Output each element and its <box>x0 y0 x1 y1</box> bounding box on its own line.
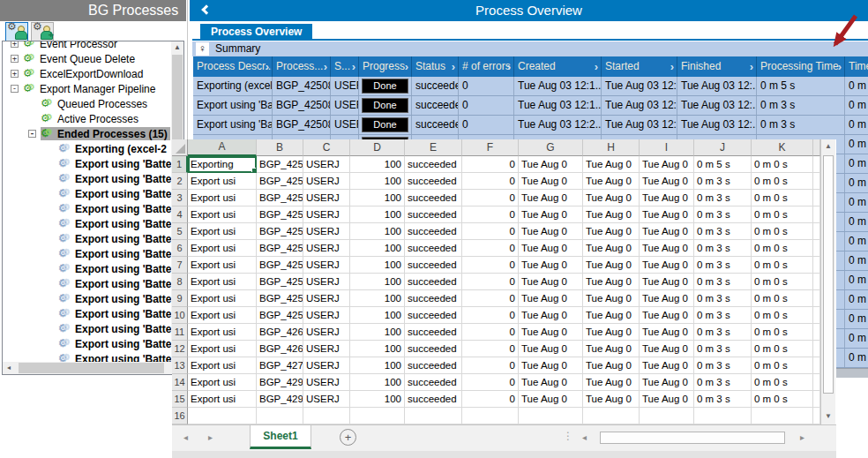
sheet-cell[interactable] <box>813 274 820 290</box>
tree-item[interactable]: -Export Manager Pipeline <box>4 81 171 96</box>
sheet-cell[interactable]: USERJ <box>303 374 350 391</box>
sheet-cell[interactable]: 0 m 0 s <box>752 240 813 257</box>
expand-plus-icon[interactable]: + <box>11 55 19 63</box>
sheet-column-header[interactable]: J <box>694 139 752 156</box>
sheet-cell[interactable]: USERJ <box>303 223 350 240</box>
tree-item[interactable]: +ExcelExportDownload <box>4 66 171 81</box>
sheet-cell[interactable]: BGP_4279 <box>257 357 303 374</box>
sheet-cell[interactable]: Tue Aug 0 <box>519 240 583 257</box>
sheet-cell[interactable]: 0 m 3 s <box>694 223 752 240</box>
sheet-cell[interactable]: 0 m 0 s <box>752 223 813 240</box>
sheet-cell[interactable]: Tue Aug 0 <box>583 156 640 173</box>
sheet-cell[interactable] <box>350 408 405 424</box>
sheet-cell[interactable] <box>694 408 752 424</box>
sheet-cell[interactable] <box>813 408 820 424</box>
sheet-cell[interactable]: BGP_4250 <box>257 274 303 290</box>
column-header[interactable]: Process Descr...› <box>193 56 273 77</box>
sheet-row-header[interactable]: 1 <box>172 156 188 173</box>
sheet-cell[interactable]: Tue Aug 0 <box>519 173 583 190</box>
column-header[interactable]: Time› <box>845 56 868 77</box>
sheet-cell[interactable] <box>462 408 519 424</box>
sheet-cell[interactable] <box>813 290 820 307</box>
sheet-cell[interactable]: succeeded <box>405 190 462 206</box>
sheet-cell[interactable]: 0 m 3 s <box>694 374 752 391</box>
sheet-cell[interactable]: USERJ <box>303 307 350 324</box>
sheet-cell[interactable]: Tue Aug 0 <box>519 274 583 290</box>
sheet-cell[interactable]: 0 <box>462 374 519 391</box>
sheet-cell[interactable]: Tue Aug 0 <box>640 240 694 257</box>
sheet-cell[interactable]: Tue Aug 0 <box>640 391 694 408</box>
sheet-cell[interactable]: Tue Aug 0 <box>583 391 640 408</box>
sheet-cell[interactable]: 0 m 0 s <box>752 206 813 223</box>
column-header[interactable]: S...› <box>331 56 359 77</box>
sheet-row-header[interactable]: 8 <box>172 274 188 290</box>
sheet-row-header[interactable]: 15 <box>172 391 188 408</box>
sheet-cell[interactable] <box>813 240 820 257</box>
sheet-cell[interactable]: BGP_4265 <box>257 324 303 341</box>
sheet-cell[interactable]: 0 m 3 s <box>694 357 752 374</box>
sheet-cell[interactable] <box>405 408 462 424</box>
sheet-column-header[interactable]: B <box>257 139 303 156</box>
sheet-column-header[interactable]: D <box>350 139 405 156</box>
sheet-cell[interactable]: Tue Aug 0 <box>519 324 583 341</box>
sheet-cell[interactable]: Tue Aug 0 <box>640 290 694 307</box>
sheet-cell[interactable]: BGP_4293 <box>257 391 303 408</box>
sheet-row-header[interactable]: 5 <box>172 223 188 240</box>
sheet-cell[interactable]: Export usi <box>188 190 257 206</box>
scroll-up-icon[interactable]: ▲ <box>821 139 835 154</box>
scroll-left-icon[interactable]: ◂ <box>582 432 587 442</box>
sheet-cell[interactable]: BGP_4250 <box>257 190 303 206</box>
sheet-row-header[interactable]: 14 <box>172 374 188 391</box>
sheet-cell[interactable]: succeeded <box>405 257 462 274</box>
sheet-cell[interactable]: succeeded <box>405 374 462 391</box>
sheet-cell[interactable]: Tue Aug 0 <box>583 374 640 391</box>
sheet-cell[interactable]: USERJ <box>303 341 350 357</box>
tree-item[interactable]: +Event Queue Delete <box>4 51 171 66</box>
sheet-cell[interactable] <box>188 408 257 424</box>
sheet-cell[interactable]: 0 m 3 s <box>694 290 752 307</box>
sheet-cell[interactable]: 100 <box>350 156 405 173</box>
tree-item[interactable]: Export using 'Batte <box>4 231 171 246</box>
sheet-cell[interactable]: Tue Aug 0 <box>640 274 694 290</box>
sheet-cell[interactable]: Export usi <box>188 206 257 223</box>
sheet-cell[interactable]: 100 <box>350 307 405 324</box>
sheet-cell[interactable] <box>752 408 813 424</box>
tree-item[interactable]: Queued Processes <box>4 96 171 111</box>
tree-item[interactable]: Export using 'Batte <box>4 186 171 201</box>
sheet-cell[interactable]: succeeded <box>405 324 462 341</box>
column-header[interactable]: Finished› <box>677 56 757 77</box>
tree-item[interactable]: Export using 'Batte <box>4 336 171 351</box>
sheet-cell[interactable]: Tue Aug 0 <box>640 173 694 190</box>
sheet-cell[interactable]: 0 m 3 s <box>694 206 752 223</box>
sheet-cell[interactable]: 100 <box>350 257 405 274</box>
sheet-cell[interactable]: 100 <box>350 324 405 341</box>
sheet-cell[interactable]: Tue Aug 0 <box>519 206 583 223</box>
sheet-cell[interactable] <box>813 307 820 324</box>
sheet-cell[interactable]: Tue Aug 0 <box>519 341 583 357</box>
column-header[interactable]: Process...› <box>273 56 331 77</box>
sheet-row-header[interactable]: 9 <box>172 290 188 307</box>
sheet-cell[interactable]: Tue Aug 0 <box>583 206 640 223</box>
sheet-cell[interactable]: Tue Aug 0 <box>519 223 583 240</box>
sheet-cell[interactable]: Tue Aug 0 <box>640 223 694 240</box>
sheet-cell[interactable]: 0 m 0 s <box>752 257 813 274</box>
scroll-right-icon[interactable]: ▸ <box>800 432 804 442</box>
sheet-column-header[interactable]: F <box>462 139 519 156</box>
sheet-nav-right-icon[interactable]: ▸ <box>208 432 213 442</box>
sheet-cell[interactable]: Export usi <box>188 223 257 240</box>
column-header[interactable]: Status› <box>412 56 459 77</box>
sheet-cell[interactable]: 0 <box>462 257 519 274</box>
sheet-cell[interactable]: 0 m 3 s <box>694 190 752 206</box>
sheet-cell[interactable]: succeeded <box>405 206 462 223</box>
expand-plus-icon[interactable]: + <box>11 70 19 78</box>
column-header[interactable]: Created› <box>514 56 602 77</box>
sheet-cell[interactable]: Tue Aug 0 <box>640 206 694 223</box>
sheet-cell[interactable] <box>813 391 820 408</box>
processes-add-button[interactable]: ⚙ + <box>31 22 54 41</box>
tree-item[interactable]: +Event Processor <box>4 41 171 51</box>
processes-view-button[interactable]: ⚙ <box>5 22 28 41</box>
sheet-cell[interactable] <box>813 324 820 341</box>
sheet-cell[interactable]: USERJ <box>303 156 350 173</box>
sheet-cell[interactable]: BGP_4250 <box>257 223 303 240</box>
sheet-cell[interactable]: 0 m 0 s <box>752 290 813 307</box>
